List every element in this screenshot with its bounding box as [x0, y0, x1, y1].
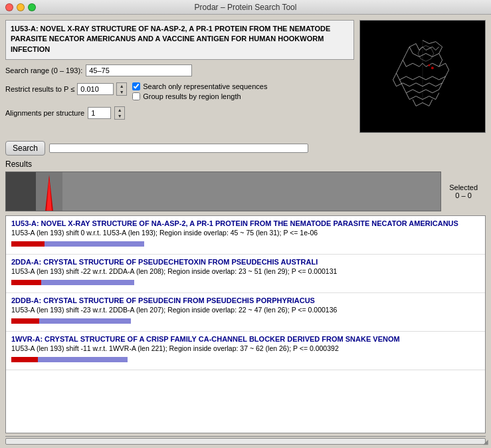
alignments-stepper-up[interactable]: ▲ — [115, 107, 124, 113]
svg-point-3 — [428, 64, 430, 66]
p-value-row: Restrict results to P ≤ ▲ ▼ Search only … — [5, 81, 354, 102]
svg-point-2 — [431, 66, 434, 69]
result-title[interactable]: 2DDB-A: CRYSTAL STRUCTURE OF PSEUDECIN F… — [11, 296, 480, 304]
hscroll-track[interactable] — [5, 438, 486, 445]
alignments-stepper-down[interactable]: ▼ — [115, 113, 124, 119]
results-list[interactable]: 1U53-A: NOVEL X-RAY STRUCTURE OF NA-ASP-… — [5, 215, 486, 433]
result-bar-3 — [11, 316, 480, 326]
check2-row: Group results by region length — [132, 92, 267, 100]
result-bar-4 — [11, 355, 480, 364]
result-title[interactable]: 1U53-A: NOVEL X-RAY STRUCTURE OF NA-ASP-… — [11, 219, 480, 227]
resize-handle[interactable]: ◢ — [483, 438, 488, 445]
search-range-input[interactable] — [86, 64, 192, 76]
svg-rect-4 — [6, 171, 36, 211]
search-range-row: Search range (0 – 193): — [5, 63, 354, 78]
titlebar: Prodar – Protein Search Tool — [0, 0, 491, 15]
p-value-stepper[interactable]: ▲ ▼ — [116, 82, 127, 96]
search-range-label: Search range (0 – 193): — [5, 66, 82, 74]
result-desc: 1U53-A (len 193) shift -22 w.r.t. 2DDA-A… — [11, 267, 480, 275]
result-title[interactable]: 2DDA-A: CRYSTAL STRUCTURE OF PSEUDECHETO… — [11, 258, 480, 266]
thumb-spacer — [62, 172, 354, 211]
bar-red — [11, 241, 45, 247]
check2-label: Group results by region length — [143, 92, 241, 100]
p-stepper-up[interactable]: ▲ — [117, 83, 126, 89]
result-bar-2 — [11, 278, 480, 287]
search-bar: Search — [0, 138, 491, 158]
left-panel: 1U53-A: NOVEL X-RAY STRUCTURE OF NA-ASP-… — [5, 20, 354, 133]
p-label: Restrict results to P ≤ — [5, 85, 74, 93]
result-item: 2DDB-A: CRYSTAL STRUCTURE OF PSEUDECIN F… — [6, 293, 485, 332]
selected-info: Selected 0 – 0 — [441, 171, 486, 211]
results-thumbnail-area: Selected 0 – 0 — [0, 170, 491, 213]
horizontal-scrollbar[interactable] — [5, 436, 486, 445]
result-title[interactable]: 1WVR-A: CRYSTAL STRUCTURE OF A CRISP FAM… — [11, 335, 480, 343]
checkboxes: Search only representative sequences Gro… — [132, 82, 267, 100]
protein-viewer — [359, 20, 486, 133]
alignments-stepper[interactable]: ▲ ▼ — [114, 106, 125, 120]
top-panel: 1U53-A: NOVEL X-RAY STRUCTURE OF NA-ASP-… — [0, 15, 491, 138]
bar-red — [11, 357, 38, 362]
result-item: 1U53-A: NOVEL X-RAY STRUCTURE OF NA-ASP-… — [6, 216, 485, 255]
maximize-button[interactable] — [28, 3, 36, 11]
thumb-dark-1 — [6, 172, 36, 211]
result-item: 1WVR-A: CRYSTAL STRUCTURE OF A CRISP FAM… — [6, 332, 485, 370]
results-label: Results — [0, 158, 491, 170]
alignments-input[interactable] — [88, 107, 111, 119]
group-by-region-checkbox[interactable] — [132, 92, 140, 100]
protein-title: 1U53-A: NOVEL X-RAY STRUCTURE OF NA-ASP-… — [5, 20, 354, 60]
bar-red — [11, 318, 39, 324]
minimize-button[interactable] — [17, 3, 25, 11]
bar-red — [11, 280, 41, 285]
thumb-spike — [36, 172, 62, 211]
alignments-row: Alignments per structure ▲ ▼ — [5, 105, 354, 121]
representative-sequences-checkbox[interactable] — [132, 82, 140, 90]
result-bar-1 — [11, 239, 480, 249]
progress-bar — [49, 144, 308, 153]
thumb-grey — [354, 172, 441, 211]
window-title: Prodar – Protein Search Tool — [195, 3, 297, 12]
selected-label: Selected — [449, 183, 478, 191]
p-value-input[interactable] — [77, 83, 114, 95]
close-button[interactable] — [5, 3, 13, 11]
result-desc: 1U53-A (len 193) shift -23 w.r.t. 2DDB-A… — [11, 306, 480, 314]
check1-label: Search only representative sequences — [143, 82, 267, 90]
alignments-label: Alignments per structure — [5, 109, 84, 117]
selected-range: 0 – 0 — [455, 191, 471, 199]
check1-row: Search only representative sequences — [132, 82, 267, 90]
result-desc: 1U53-A (len 193) shift -11 w.r.t. 1WVR-A… — [11, 344, 480, 352]
search-button[interactable]: Search — [5, 141, 45, 156]
thumbnail-strip[interactable] — [5, 171, 441, 211]
p-stepper-down[interactable]: ▼ — [117, 89, 126, 95]
main-window: 1U53-A: NOVEL X-RAY STRUCTURE OF NA-ASP-… — [0, 15, 491, 448]
result-desc: 1U53-A (len 193) shift 0 w.r.t. 1U53-A (… — [11, 229, 480, 237]
result-item: 2DDA-A: CRYSTAL STRUCTURE OF PSEUDECHETO… — [6, 255, 485, 293]
window-controls — [5, 3, 36, 11]
